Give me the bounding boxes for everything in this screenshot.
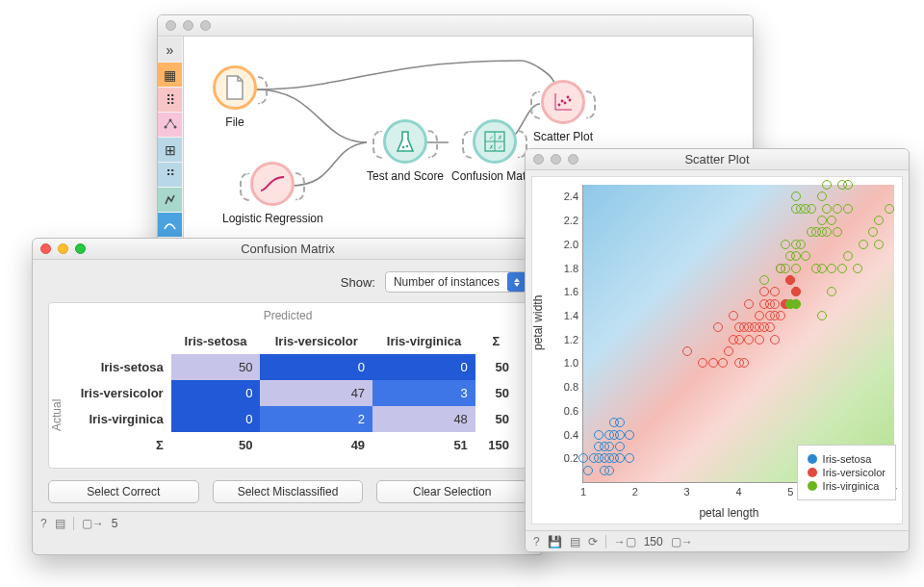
data-point[interactable] bbox=[615, 430, 625, 440]
data-point[interactable] bbox=[770, 287, 780, 296]
data-point[interactable] bbox=[837, 264, 847, 273]
tool-evaluate2-icon[interactable]: ⠛ bbox=[158, 163, 182, 187]
data-point[interactable] bbox=[625, 453, 634, 463]
data-point[interactable] bbox=[708, 358, 718, 368]
data-point-selected[interactable] bbox=[791, 287, 801, 296]
data-point[interactable] bbox=[817, 216, 827, 225]
data-point[interactable] bbox=[868, 227, 878, 237]
data-point[interactable] bbox=[817, 264, 827, 273]
node-logreg[interactable]: Logistic Regression bbox=[222, 162, 323, 225]
data-point[interactable] bbox=[718, 358, 728, 368]
data-point[interactable] bbox=[822, 227, 832, 237]
data-point[interactable] bbox=[801, 251, 810, 261]
data-point[interactable] bbox=[776, 311, 785, 320]
plot-area[interactable]: 0.20.40.60.81.01.21.41.61.82.02.22.41234… bbox=[582, 185, 894, 483]
row-header[interactable]: Iris-virginica bbox=[59, 406, 171, 432]
data-point[interactable] bbox=[615, 453, 625, 463]
save-icon[interactable]: 💾 bbox=[548, 535, 562, 549]
data-point[interactable] bbox=[759, 287, 769, 296]
report-icon[interactable]: ▤ bbox=[55, 517, 65, 530]
data-point[interactable] bbox=[833, 227, 842, 237]
cm-cell[interactable]: 0 bbox=[260, 354, 372, 380]
data-point[interactable] bbox=[604, 466, 614, 475]
col-header[interactable]: Iris-setosa bbox=[171, 328, 261, 354]
tool-evaluate-icon[interactable]: ⊞ bbox=[158, 138, 182, 162]
node-file[interactable]: File bbox=[213, 65, 257, 129]
reset-icon[interactable]: ⟳ bbox=[588, 535, 598, 549]
row-header[interactable]: Σ bbox=[59, 432, 171, 458]
data-point[interactable] bbox=[615, 442, 625, 451]
data-point[interactable] bbox=[713, 322, 723, 332]
row-header[interactable]: Iris-versicolor bbox=[59, 380, 171, 406]
data-point[interactable] bbox=[833, 204, 842, 214]
tool-selected-icon[interactable] bbox=[158, 213, 182, 237]
data-point[interactable] bbox=[744, 335, 754, 345]
data-point[interactable] bbox=[827, 216, 836, 225]
data-point[interactable] bbox=[827, 264, 836, 273]
data-point[interactable] bbox=[734, 335, 744, 345]
data-point[interactable] bbox=[724, 346, 733, 356]
data-point[interactable] bbox=[817, 311, 827, 320]
data-point[interactable] bbox=[770, 335, 780, 345]
data-point[interactable] bbox=[817, 191, 827, 201]
data-point[interactable] bbox=[615, 418, 625, 427]
window-min-icon[interactable] bbox=[183, 20, 193, 31]
data-point[interactable] bbox=[853, 264, 862, 273]
window-close-icon[interactable] bbox=[166, 20, 176, 31]
data-point[interactable] bbox=[744, 299, 754, 309]
data-point[interactable] bbox=[578, 453, 588, 463]
data-point[interactable] bbox=[843, 180, 853, 190]
data-point[interactable] bbox=[755, 335, 764, 345]
data-point[interactable] bbox=[885, 204, 894, 214]
tool-unsupervised-icon[interactable] bbox=[158, 188, 182, 212]
tool-data-icon[interactable]: ▦ bbox=[158, 63, 182, 87]
data-point[interactable] bbox=[698, 358, 707, 368]
data-point[interactable] bbox=[874, 216, 884, 225]
data-point[interactable] bbox=[822, 180, 832, 190]
data-point[interactable] bbox=[583, 466, 593, 475]
data-point[interactable] bbox=[604, 442, 614, 451]
tool-expand-icon[interactable]: » bbox=[158, 38, 182, 62]
select-misclassified-button[interactable]: Select Misclassified bbox=[213, 480, 364, 503]
data-point[interactable] bbox=[729, 311, 738, 320]
data-point[interactable] bbox=[781, 264, 790, 273]
data-point[interactable] bbox=[781, 240, 790, 249]
data-point[interactable] bbox=[822, 204, 832, 214]
report-icon[interactable]: ▤ bbox=[570, 535, 580, 549]
cm-cell[interactable]: 0 bbox=[171, 406, 261, 432]
data-point[interactable] bbox=[791, 264, 801, 273]
show-select[interactable]: Number of instances bbox=[385, 271, 527, 293]
data-point[interactable] bbox=[594, 430, 603, 440]
window-max-icon[interactable] bbox=[200, 20, 211, 31]
data-point[interactable] bbox=[791, 191, 801, 201]
row-header[interactable]: Iris-setosa bbox=[59, 354, 171, 380]
data-point-selected[interactable] bbox=[791, 299, 801, 309]
cm-cell[interactable]: 50 bbox=[171, 354, 261, 380]
select-correct-button[interactable]: Select Correct bbox=[48, 480, 199, 503]
data-point[interactable] bbox=[796, 240, 806, 249]
data-point[interactable] bbox=[755, 311, 764, 320]
cm-cell[interactable]: 48 bbox=[372, 406, 475, 432]
data-point[interactable] bbox=[843, 204, 853, 214]
node-scatter[interactable]: Scatter Plot bbox=[533, 80, 593, 143]
data-point[interactable] bbox=[682, 346, 692, 356]
data-point[interactable] bbox=[807, 204, 816, 214]
clear-selection-button[interactable]: Clear Selection bbox=[376, 480, 527, 503]
cm-cell[interactable]: 0 bbox=[171, 380, 261, 406]
data-point[interactable] bbox=[874, 240, 884, 249]
data-point[interactable] bbox=[827, 287, 836, 296]
data-point[interactable] bbox=[859, 240, 868, 249]
data-point[interactable] bbox=[765, 322, 775, 332]
data-point[interactable] bbox=[739, 358, 749, 368]
data-point[interactable] bbox=[770, 299, 780, 309]
data-point-selected[interactable] bbox=[785, 275, 795, 285]
cm-cell[interactable]: 47 bbox=[260, 380, 372, 406]
col-header[interactable]: Σ bbox=[475, 328, 517, 354]
help-icon[interactable]: ? bbox=[40, 517, 47, 530]
node-test[interactable]: Test and Score bbox=[367, 119, 444, 183]
tool-visualize-icon[interactable]: ⠿ bbox=[158, 88, 182, 112]
help-icon[interactable]: ? bbox=[533, 535, 540, 549]
tool-model-icon[interactable] bbox=[158, 113, 182, 137]
data-point[interactable] bbox=[791, 251, 801, 261]
col-header[interactable]: Iris-virginica bbox=[372, 328, 475, 354]
